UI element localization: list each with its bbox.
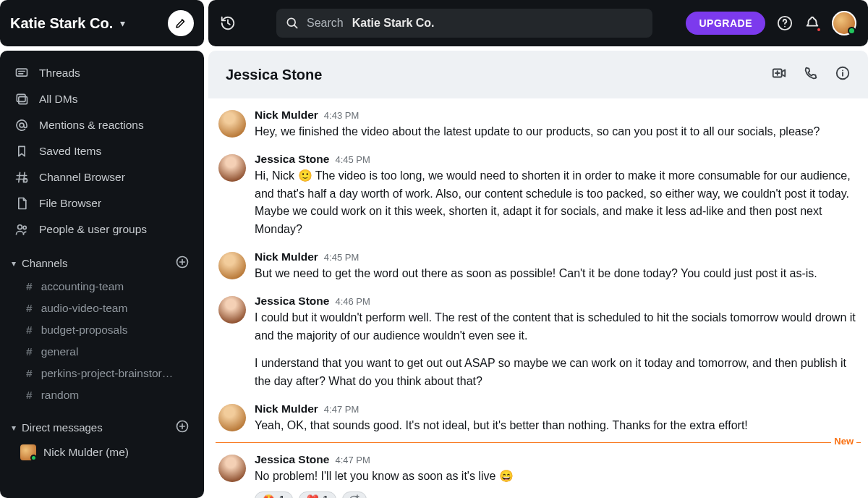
- chevron-down-icon: ▾: [12, 423, 16, 433]
- message: Jessica Stone4:45 PMHi, Nick 🙂 The video…: [216, 147, 861, 245]
- messages-list[interactable]: Nick Mulder4:43 PMHey, we finished the v…: [208, 98, 868, 498]
- phone-icon: [803, 65, 819, 81]
- channel-item[interactable]: #audio-video-team: [7, 297, 197, 319]
- message-author[interactable]: Jessica Stone: [255, 153, 329, 166]
- message-avatar[interactable]: [218, 404, 246, 431]
- svg-line-1: [294, 25, 297, 28]
- channels-section-header[interactable]: ▾ Channels: [7, 242, 197, 276]
- message: Nick Mulder4:45 PMBut we need to get the…: [216, 245, 861, 289]
- upgrade-button[interactable]: UPGRADE: [686, 12, 765, 35]
- help-icon: [777, 15, 793, 31]
- call-button[interactable]: [803, 65, 819, 84]
- nav-people[interactable]: People & user groups: [7, 217, 197, 242]
- dms-section-header[interactable]: ▾ Direct messages: [7, 406, 197, 440]
- workspace-header[interactable]: Katie Stark Co. ▾: [0, 0, 204, 46]
- chevron-down-icon: ▾: [12, 258, 16, 269]
- history-icon: [220, 15, 236, 31]
- message-author[interactable]: Nick Mulder: [255, 109, 318, 122]
- presence-indicator: [30, 455, 37, 461]
- nav-label: File Browser: [39, 197, 101, 210]
- nav-all-dms[interactable]: All DMs: [7, 87, 197, 111]
- nav-file-browser[interactable]: File Browser: [7, 191, 197, 216]
- message-avatar[interactable]: [218, 154, 246, 182]
- svg-point-9: [20, 123, 24, 127]
- plus-circle-icon: [175, 255, 190, 269]
- channel-item[interactable]: #budget-proposals: [7, 319, 197, 341]
- info-icon: [835, 65, 851, 81]
- nav-label: People & user groups: [39, 223, 147, 236]
- reaction-count: 1: [323, 494, 329, 498]
- compose-button[interactable]: [168, 10, 194, 36]
- message-avatar[interactable]: [218, 296, 246, 324]
- dm-avatar: [20, 444, 36, 460]
- section-title: Direct messages: [22, 421, 103, 434]
- dms-list: Nick Mulder (me): [7, 440, 197, 465]
- add-dm-button[interactable]: [175, 419, 190, 436]
- user-avatar[interactable]: [832, 11, 856, 35]
- svg-point-14: [24, 179, 27, 182]
- add-video-button[interactable]: [771, 65, 787, 84]
- dm-item[interactable]: Nick Mulder (me): [7, 440, 197, 465]
- channel-name: perkins-project-brainstor…: [41, 367, 174, 380]
- nav-label: Threads: [39, 67, 80, 80]
- sidebar: Threads All DMs Mentions & reactions Sav…: [0, 51, 204, 498]
- message-time: 4:45 PM: [335, 154, 370, 165]
- hash-icon: #: [26, 367, 33, 380]
- message: Jessica Stone4:47 PMNo problem! I'll let…: [216, 447, 861, 498]
- hash-icon: #: [26, 345, 33, 358]
- message-avatar[interactable]: [218, 455, 246, 482]
- hash-icon: #: [26, 302, 33, 315]
- message-time: 4:45 PM: [324, 252, 359, 263]
- nav-mentions[interactable]: Mentions & reactions: [7, 113, 197, 138]
- message-text: Hi, Nick 🙂 The video is too long, we wou…: [255, 167, 858, 239]
- channel-name: accounting-team: [41, 280, 124, 293]
- message: Nick Mulder4:43 PMHey, we finished the v…: [216, 103, 861, 147]
- info-button[interactable]: [835, 65, 851, 84]
- svg-rect-4: [17, 69, 27, 76]
- message-avatar[interactable]: [218, 110, 246, 138]
- channel-name: random: [41, 389, 80, 402]
- plus-circle-icon: [175, 419, 190, 434]
- bookmark-icon: [14, 144, 29, 159]
- channel-browser-icon: [14, 170, 29, 185]
- channel-item[interactable]: #random: [7, 384, 197, 406]
- activity-button[interactable]: [804, 15, 820, 31]
- nav-list: Threads All DMs Mentions & reactions Sav…: [7, 61, 197, 242]
- search-input[interactable]: Search Katie Stark Co.: [276, 9, 652, 38]
- channel-item[interactable]: #accounting-team: [7, 276, 197, 297]
- hash-icon: #: [26, 324, 33, 337]
- svg-point-16: [23, 226, 26, 229]
- threads-icon: [14, 66, 29, 80]
- message: Jessica Stone4:46 PMI could but it would…: [216, 289, 861, 397]
- nav-threads[interactable]: Threads: [7, 61, 197, 85]
- message-time: 4:43 PM: [324, 110, 359, 121]
- message-author[interactable]: Jessica Stone: [255, 453, 329, 466]
- message-avatar[interactable]: [218, 252, 246, 279]
- conversation-header: Jessica Stone: [208, 51, 868, 98]
- history-button[interactable]: [220, 15, 236, 31]
- add-reaction-button[interactable]: [342, 491, 367, 498]
- message-text: Yeah, OK, that sounds good. It's not ide…: [255, 417, 858, 435]
- channel-item[interactable]: #general: [7, 341, 197, 363]
- message-text: Hey, we finished the video about the lat…: [255, 123, 858, 141]
- top-bar: Search Katie Stark Co. UPGRADE: [208, 0, 868, 46]
- channel-item[interactable]: #perkins-project-brainstor…: [7, 363, 197, 384]
- message-author[interactable]: Nick Mulder: [255, 250, 318, 263]
- add-channel-button[interactable]: [175, 255, 190, 271]
- reaction-pill[interactable]: ❤️1: [299, 491, 337, 498]
- message-author[interactable]: Jessica Stone: [255, 295, 329, 308]
- search-placeholder-scope: Katie Stark Co.: [352, 17, 435, 30]
- nav-saved[interactable]: Saved Items: [7, 139, 197, 164]
- reaction-pill[interactable]: 🤩1: [255, 491, 293, 498]
- search-icon: [285, 16, 299, 30]
- channel-name: budget-proposals: [41, 324, 128, 337]
- conversation-title[interactable]: Jessica Stone: [226, 67, 322, 83]
- message-author[interactable]: Nick Mulder: [255, 402, 318, 415]
- svg-line-10: [19, 172, 20, 182]
- help-button[interactable]: [777, 15, 793, 31]
- nav-label: Channel Browser: [39, 171, 125, 184]
- nav-channel-browser[interactable]: Channel Browser: [7, 165, 197, 190]
- message-time: 4:46 PM: [335, 296, 370, 307]
- reactions: 🤩1❤️1: [255, 491, 858, 498]
- message-text: I could but it wouldn't perform well. Th…: [255, 309, 858, 391]
